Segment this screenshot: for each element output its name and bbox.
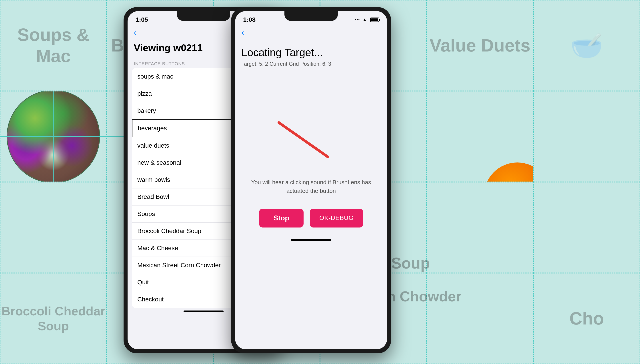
grid-cell-1-4: Broccoli Cheddar Soup (0, 273, 107, 364)
crosshair-v (53, 92, 54, 182)
nav-bar-right: ‹ (235, 24, 387, 41)
notch-right (284, 11, 338, 21)
arrow-area (235, 76, 387, 169)
action-buttons: Stop OK-DEBUG (235, 204, 387, 236)
stop-button[interactable]: Stop (259, 209, 304, 228)
time-right: 1:08 (243, 16, 256, 23)
bg-label-cho: Cho (569, 308, 604, 329)
grid-cell-6-1: 🥣 (533, 0, 640, 91)
home-indicator-right (291, 239, 331, 241)
locating-title: Locating Target... (235, 41, 387, 61)
wifi-icon-right: ▲ (362, 17, 367, 23)
back-button-left[interactable]: ‹ (134, 28, 136, 37)
phone-right-screen: 1:08 ••• ▲ ‹ Locating Target... Target: … (235, 11, 387, 349)
grid-cell-6-2 (533, 91, 640, 182)
info-text: You will hear a clicking sound if BrushL… (235, 169, 387, 204)
bg-label-value-duets: Value Duets (430, 35, 530, 56)
red-arrow-line (277, 121, 329, 158)
ok-debug-button[interactable]: OK-DEBUG (310, 209, 363, 228)
grid-cell-1-3 (0, 182, 107, 273)
notch-left (177, 11, 230, 21)
status-icons-right: ••• ▲ (355, 17, 379, 23)
back-button-right[interactable]: ‹ (241, 28, 244, 37)
grid-cell-5-2 (427, 91, 533, 182)
grid-cell-5-3 (427, 182, 533, 273)
bg-label-broccoli: Broccoli Cheddar Soup (1, 304, 106, 333)
grid-cell-6-3 (533, 182, 640, 273)
grid-cell-5-4 (427, 273, 533, 364)
orange-circle (484, 162, 533, 182)
bg-icon-bowl: 🥣 (570, 30, 603, 61)
battery-icon-right (370, 18, 379, 22)
bg-label-soups-mac: Soups & Mac (1, 24, 106, 67)
locating-subtitle: Target: 5, 2 Current Grid Position: 6, 3 (235, 61, 387, 76)
signal-dots-right: ••• (355, 18, 360, 22)
time-left: 1:05 (136, 16, 148, 23)
home-indicator-left (183, 310, 224, 312)
phone-right: 1:08 ••• ▲ ‹ Locating Target... Target: … (231, 7, 391, 353)
grid-cell-6-4: Cho (533, 273, 640, 364)
grid-cell-1-2 (0, 91, 107, 182)
grid-cell-5-1: Value Duets (427, 0, 533, 91)
grid-cell-1-1: Soups & Mac (0, 0, 107, 91)
